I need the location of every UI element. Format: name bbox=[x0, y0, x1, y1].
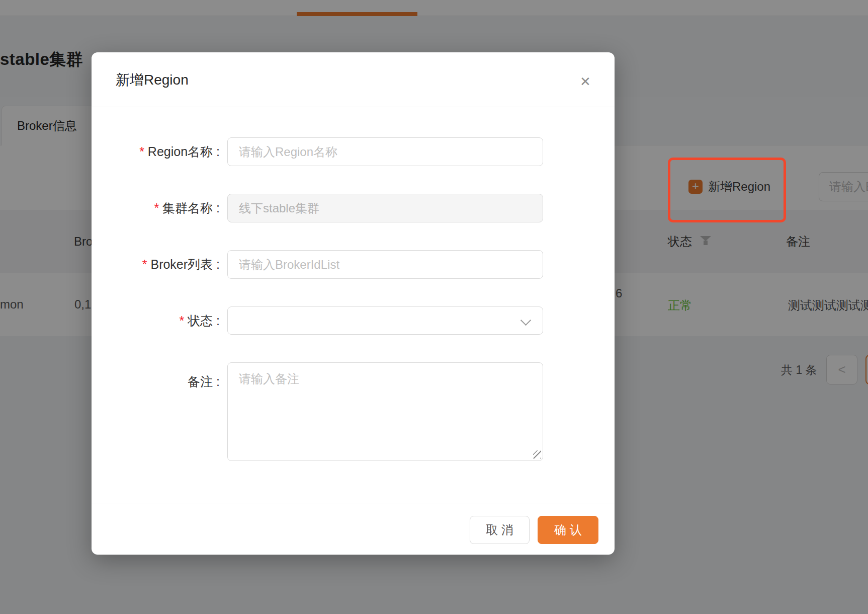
modal-footer: 取 消 确 认 bbox=[92, 503, 615, 555]
modal-body: Region名称 集群名称 Broker列表 状态 bbox=[92, 107, 615, 463]
cluster-name-input-disabled bbox=[227, 194, 543, 222]
modal-title: 新增Region bbox=[116, 52, 189, 107]
cancel-button[interactable]: 取 消 bbox=[470, 516, 530, 544]
field-label-status: 状态 bbox=[92, 313, 227, 329]
field-control-cluster-name bbox=[227, 194, 543, 222]
field-label-remark: 备注 bbox=[92, 362, 227, 390]
broker-list-input[interactable] bbox=[227, 250, 543, 279]
form-row-cluster-name: 集群名称 bbox=[92, 194, 615, 222]
chevron-down-icon bbox=[520, 315, 531, 326]
remark-textarea[interactable] bbox=[227, 362, 543, 461]
add-region-modal: 新增Region ✕ Region名称 集群名称 Broker列表 状态 bbox=[92, 52, 615, 555]
field-label-broker-list: Broker列表 bbox=[92, 256, 227, 273]
field-control-remark bbox=[227, 362, 543, 463]
field-label-cluster-name: 集群名称 bbox=[92, 200, 227, 216]
annotation-highlight-box bbox=[668, 158, 786, 222]
region-name-input[interactable] bbox=[227, 137, 543, 166]
modal-header: 新增Region ✕ bbox=[92, 52, 615, 107]
field-control-region-name bbox=[227, 137, 543, 166]
field-control-broker-list bbox=[227, 250, 543, 279]
close-icon[interactable]: ✕ bbox=[577, 73, 593, 90]
confirm-button[interactable]: 确 认 bbox=[538, 516, 598, 544]
field-label-region-name: Region名称 bbox=[92, 143, 227, 160]
resize-handle[interactable] bbox=[533, 450, 541, 458]
form-row-status: 状态 bbox=[92, 306, 615, 335]
status-select[interactable] bbox=[227, 306, 543, 335]
form-row-broker-list: Broker列表 bbox=[92, 250, 615, 279]
form-row-region-name: Region名称 bbox=[92, 137, 615, 166]
field-control-status bbox=[227, 306, 543, 335]
form-row-remark: 备注 bbox=[92, 362, 615, 463]
